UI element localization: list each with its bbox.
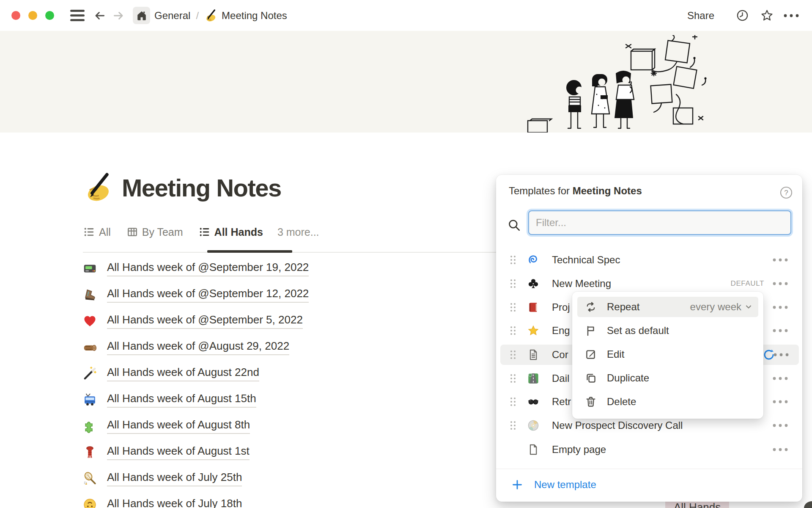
row-more-options-icon[interactable] (772, 258, 789, 262)
puzzle-piece-emoji (83, 419, 97, 433)
list-item[interactable]: All Hands week of August 1st (83, 439, 472, 465)
template-row-technical-spec[interactable]: Technical Spec (500, 250, 798, 270)
row-more-options-icon[interactable] (772, 447, 789, 452)
list-item[interactable]: All Hands week of August 22nd (83, 360, 472, 387)
template-row-empty-page[interactable]: Empty page (500, 439, 798, 460)
drag-handle-icon[interactable] (510, 255, 516, 265)
drag-handle-icon[interactable] (510, 326, 516, 336)
home-icon (136, 10, 148, 22)
upside-down-face-emoji (83, 498, 97, 508)
breadcrumb: General / Meeting Notes (154, 9, 287, 22)
menu-item-duplicate[interactable]: Duplicate (577, 368, 758, 388)
updates-clock-button[interactable] (733, 6, 752, 25)
row-more-options-icon[interactable] (773, 353, 790, 357)
repeat-icon (585, 301, 597, 313)
cyclone-emoji (527, 254, 539, 266)
list-view-icon (199, 226, 210, 237)
new-template-button[interactable]: New template (511, 475, 596, 495)
motorway-emoji (527, 373, 539, 384)
drag-handle-icon[interactable] (510, 302, 516, 312)
row-more-options-icon[interactable] (772, 400, 789, 404)
help-icon[interactable] (779, 186, 793, 199)
sunglasses-emoji (527, 396, 539, 408)
drag-handle-icon[interactable] (510, 373, 516, 384)
tab-by-team[interactable]: By Team (127, 226, 183, 238)
default-badge: DEFAULT (731, 279, 764, 288)
templates-popup-title: Templates for Meeting Notes (509, 185, 642, 197)
document-icon (527, 349, 539, 361)
row-more-options-icon[interactable] (772, 282, 789, 286)
list-item[interactable]: All Hands week of @September 19, 2022 (83, 255, 472, 282)
list-item[interactable]: All Hands week of August 8th (83, 413, 472, 439)
search-icon (507, 218, 521, 232)
menu-item-delete[interactable]: Delete (577, 392, 758, 412)
table-view-icon (127, 226, 138, 237)
active-tab-underline (207, 250, 292, 253)
view-tabs: All By Team All Hands 3 more... (84, 223, 319, 241)
popup-divider (496, 469, 802, 469)
list-view-icon (84, 226, 95, 237)
hiking-boot-emoji (83, 288, 97, 302)
page-writing-hand-emoji-icon[interactable] (83, 173, 112, 202)
row-more-options-icon[interactable] (772, 329, 789, 333)
zoom-window-button[interactable] (45, 11, 54, 20)
tab-all-hands[interactable]: All Hands (199, 226, 263, 238)
people-and-boxes-illustration (524, 35, 710, 133)
wood-log-emoji (83, 340, 97, 354)
list-item[interactable]: All Hands week of July 18th (83, 491, 472, 508)
blue-repeat-indicator-icon (763, 348, 775, 361)
list-item[interactable]: All Hands week of @September 5, 2022 (83, 308, 472, 334)
trash-icon (585, 396, 597, 408)
club-suit-emoji (527, 278, 539, 290)
chevron-down-icon (745, 303, 752, 311)
star-emoji (527, 325, 539, 337)
star-icon (760, 8, 774, 22)
menu-item-set-as-default[interactable]: Set as default (577, 320, 758, 341)
plus-icon (511, 479, 523, 491)
favorite-star-button[interactable] (757, 6, 776, 25)
list-item[interactable]: All Hands week of July 25th (83, 465, 472, 491)
macos-traffic-lights (11, 11, 54, 20)
cd-emoji (527, 420, 539, 431)
list-item[interactable]: All Hands week of @September 12, 2022 (83, 282, 472, 308)
window-titlebar: General / Meeting Notes Share (0, 0, 812, 31)
edit-icon (585, 348, 597, 360)
page-title[interactable]: Meeting Notes (122, 174, 281, 202)
page-cover-banner[interactable] (0, 31, 812, 133)
pager-emoji (83, 262, 97, 276)
red-book-emoji (527, 301, 539, 313)
row-more-options-icon[interactable] (772, 305, 789, 309)
drag-handle-icon[interactable] (510, 350, 516, 360)
more-options-button[interactable] (782, 6, 801, 25)
tab-all[interactable]: All (84, 226, 111, 238)
magic-wand-emoji (83, 367, 97, 381)
more-views-button[interactable]: 3 more... (277, 226, 319, 238)
repeat-frequency-select[interactable]: every week (690, 301, 752, 313)
template-row-new-meeting[interactable]: New Meeting DEFAULT (500, 273, 798, 294)
minimize-window-button[interactable] (28, 11, 37, 20)
row-more-options-icon[interactable] (772, 376, 789, 381)
breadcrumb-separator: / (196, 10, 199, 22)
notion-window: General / Meeting Notes Share (0, 0, 812, 508)
home-button[interactable] (133, 7, 150, 24)
forward-button[interactable] (109, 6, 128, 25)
template-filter-input[interactable] (528, 210, 791, 235)
duplicate-icon (585, 372, 597, 384)
list-item[interactable]: All Hands week of @August 29, 2022 (83, 334, 472, 360)
drag-handle-icon[interactable] (510, 279, 516, 289)
list-item[interactable]: All Hands week of August 15th (83, 387, 472, 413)
all-hands-list: All Hands week of @September 19, 2022 Al… (83, 255, 472, 508)
menu-item-repeat[interactable]: Repeat every week (577, 297, 758, 317)
drag-handle-icon[interactable] (510, 397, 516, 407)
menu-item-edit[interactable]: Edit (577, 344, 758, 364)
trolleybus-emoji (83, 393, 97, 407)
share-button[interactable]: Share (687, 10, 714, 22)
row-more-options-icon[interactable] (772, 423, 789, 428)
back-button[interactable] (91, 6, 109, 25)
writing-hand-emoji-icon (204, 9, 217, 22)
close-window-button[interactable] (11, 11, 20, 20)
sidebar-menu-icon[interactable] (70, 10, 85, 21)
drag-handle-icon[interactable] (510, 420, 516, 431)
breadcrumb-page[interactable]: Meeting Notes (222, 10, 287, 22)
breadcrumb-workspace[interactable]: General (154, 10, 190, 22)
